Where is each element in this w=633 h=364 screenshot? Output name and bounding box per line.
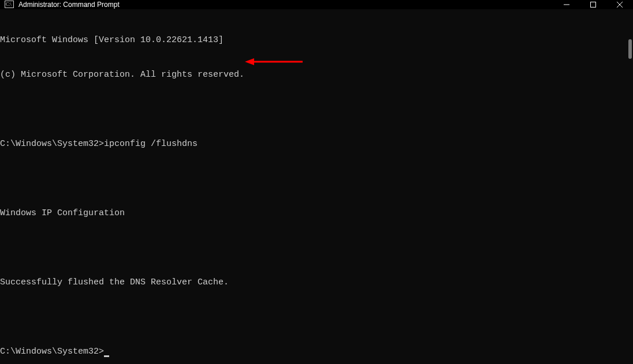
minimize-button[interactable] [553,0,580,9]
terminal-line [0,104,633,115]
terminal-prompt-line: C:\Windows\System32> [0,346,633,358]
terminal-output[interactable]: Microsoft Windows [Version 10.0.22621.14… [0,9,633,364]
terminal-line: Microsoft Windows [Version 10.0.22621.14… [0,35,633,46]
cursor [104,355,109,357]
maximize-button[interactable] [580,0,606,9]
terminal-line: (c) Microsoft Corporation. All rights re… [0,69,633,81]
terminal-line: Successfully flushed the DNS Resolver Ca… [0,277,633,288]
svg-text:C:\: C:\ [6,2,12,7]
terminal-line [0,173,633,185]
svg-rect-3 [591,2,596,7]
cmd-icon: C:\ [5,0,14,9]
content-wrap: Microsoft Windows [Version 10.0.22621.14… [0,9,633,364]
close-button[interactable] [606,0,633,9]
terminal-line: C:\Windows\System32>ipconfig /flushdns [0,138,633,150]
terminal-line [0,312,633,323]
terminal-line: Windows IP Configuration [0,208,633,219]
scrollbar-track[interactable] [625,27,633,364]
window-title: Administrator: Command Prompt [18,1,120,9]
svg-marker-7 [245,58,254,65]
command-prompt-window: C:\ Administrator: Command Prompt Micros… [0,0,633,364]
scrollbar-thumb[interactable] [628,39,632,59]
titlebar[interactable]: C:\ Administrator: Command Prompt [0,0,633,9]
terminal-line [0,242,633,254]
terminal-prompt: C:\Windows\System32> [0,347,104,357]
window-controls [553,0,633,9]
